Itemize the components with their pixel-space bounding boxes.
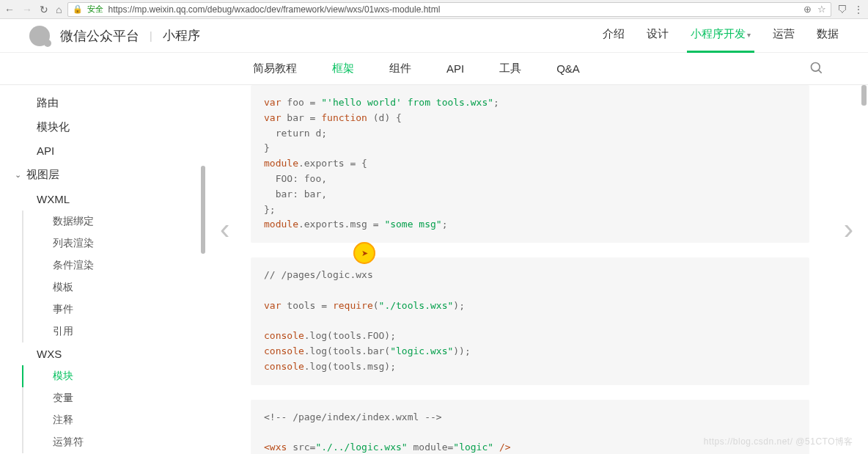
browser-toolbar: ← → ↻ ⌂ 🔒 安全 https://mp.weixin.qq.com/de… [0,0,868,19]
sidebar-item-list-render[interactable]: 列表渲染 [22,233,207,255]
svg-point-0 [812,63,820,72]
subnav-tutorial[interactable]: 简易教程 [253,62,297,76]
zoom-icon[interactable]: ⊕ [803,4,812,15]
sidebar-item-data-binding[interactable]: 数据绑定 [22,210,207,233]
brand-name: 微信公众平台 [60,27,139,45]
sidebar-item-module[interactable]: 模块 [22,365,207,387]
sidebar-item-wxs[interactable]: WXS [22,343,207,365]
page-header: 微信公众平台 | 小程序 介绍 设计 小程序开发▾ 运营 数据 [0,19,868,53]
code-block-logic: // /pages/logic.wxs var tools = require(… [251,257,809,385]
search-button[interactable] [809,61,824,78]
lock-icon: 🔒 [73,4,83,14]
nav-design[interactable]: 设计 [647,27,669,44]
sidebar-item-wxml[interactable]: WXML [22,188,207,210]
home-button[interactable]: ⌂ [56,4,62,15]
sidebar-item-modular[interactable]: 模块化 [22,115,207,139]
cursor-highlight: ➤ [353,242,375,264]
reload-button[interactable]: ↻ [40,4,48,15]
brand-sub: 小程序 [163,27,200,44]
search-icon [809,61,824,76]
forward-button[interactable]: → [22,4,32,15]
watermark: https://blog.csdn.net/ @51CTO博客 [704,436,853,448]
sidebar-item-api[interactable]: API [22,139,207,162]
sidebar[interactable]: 路由 模块化 API ⌄视图层 WXML 数据绑定 列表渲染 条件渲染 模板 事… [0,85,207,454]
sidebar-group-view[interactable]: ⌄视图层 [7,162,207,188]
sidebar-group-label: 视图层 [26,168,59,182]
chevron-down-icon: ▾ [747,31,751,39]
main-layout: 路由 模块化 API ⌄视图层 WXML 数据绑定 列表渲染 条件渲染 模板 事… [0,85,868,454]
sidebar-item-operator[interactable]: 运算符 [22,431,207,453]
menu-icon[interactable]: ⋮ [853,4,864,15]
content-area[interactable]: var foo = "'hello world' from tools.wxs"… [207,85,868,454]
next-arrow[interactable]: › [844,213,853,246]
subnav-components[interactable]: 组件 [389,62,411,76]
wechat-logo [29,26,50,46]
sidebar-item-include[interactable]: 引用 [22,321,207,343]
nav-data[interactable]: 数据 [817,27,839,44]
nav-dev[interactable]: 小程序开发▾ [691,27,751,44]
secure-label: 安全 [87,4,103,15]
subnav-qa[interactable]: Q&A [556,62,580,75]
star-icon[interactable]: ☆ [817,4,826,15]
sidebar-item-template[interactable]: 模板 [22,277,207,299]
subnav-framework[interactable]: 框架 [332,62,354,76]
brand-separator: | [150,30,152,42]
shield-icon[interactable]: ⛉ [837,4,847,15]
nav-ops[interactable]: 运营 [773,27,795,44]
svg-line-1 [819,70,822,73]
top-nav: 介绍 设计 小程序开发▾ 运营 数据 [603,27,839,44]
nav-dev-label: 小程序开发 [691,27,746,40]
prev-arrow[interactable]: ‹ [220,213,229,246]
nav-intro[interactable]: 介绍 [603,27,625,44]
subnav-tools[interactable]: 工具 [499,62,521,76]
cursor-icon: ➤ [361,249,368,258]
sidebar-item-conditional[interactable]: 条件渲染 [22,255,207,277]
url-bar[interactable]: 🔒 安全 https://mp.weixin.qq.com/debug/wxad… [67,2,831,17]
sidebar-item-events[interactable]: 事件 [22,299,207,321]
content-scrollbar-thumb[interactable] [861,85,867,106]
subnav-api[interactable]: API [446,62,464,75]
code-block-tools: var foo = "'hello world' from tools.wxs"… [251,85,809,243]
sidebar-item-route[interactable]: 路由 [22,91,207,115]
url-text: https://mp.weixin.qq.com/debug/wxadoc/de… [108,4,440,15]
sub-nav: 简易教程 框架 组件 API 工具 Q&A [0,53,868,85]
sidebar-scrollbar-thumb[interactable] [201,166,205,254]
chevron-down-icon: ⌄ [15,170,22,180]
sidebar-item-variable[interactable]: 变量 [22,387,207,409]
back-button[interactable]: ← [4,4,15,15]
sidebar-item-comment[interactable]: 注释 [22,409,207,431]
